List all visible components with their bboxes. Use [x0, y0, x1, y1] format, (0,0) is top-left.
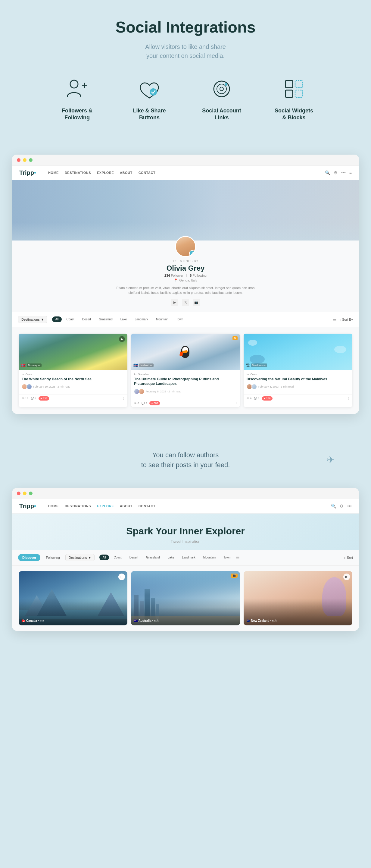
feature-followers-label: Followers &Following [62, 107, 93, 121]
search-icon[interactable]: 🔍 [325, 170, 330, 175]
share-icon[interactable]: ⤴ [123, 397, 124, 400]
profile-name: Olivia Grey [167, 264, 205, 273]
card-maldives-category: In: Coast [247, 373, 349, 376]
plane-icon: ✈ [327, 454, 335, 466]
tag-landmark[interactable]: Landmark [132, 316, 151, 322]
site-logo-2: Tripp• [19, 503, 36, 510]
svg-rect-9 [285, 81, 293, 88]
settings-icon[interactable]: ⚙ [334, 170, 338, 175]
like-button[interactable]: ♥ 268 [262, 396, 273, 401]
sort-button-2[interactable]: ↕ Sort [344, 556, 353, 559]
card-maldives-meta: February 3, 2023 · 3 min read [258, 385, 294, 388]
nav-links-1: HOME DESTINATIONS EXPLORE ABOUT CONTACT [48, 171, 318, 175]
explore-grid: ◫ 🇨🇦 Canada • Era [12, 566, 359, 631]
explore-tag-desert[interactable]: Desert [127, 555, 141, 560]
card-iceland-img: 5 🇮🇸 Iceland ✏ [131, 334, 240, 370]
feature-followers: Followers &Following [53, 75, 101, 121]
middle-text-section: You can follow authorsto see their posts… [0, 432, 371, 488]
views-stat: 👁 6 [134, 402, 139, 405]
tag-mountain[interactable]: Mountain [153, 316, 171, 322]
followers-icon [64, 75, 91, 102]
browser-mockup-1: Tripp• HOME DESTINATIONS EXPLORE ABOUT C… [12, 155, 359, 414]
tag-coast[interactable]: Coast [64, 316, 77, 322]
feature-social-links: Social AccountLinks [198, 75, 246, 121]
feature-social-widgets: Social Widgets& Blocks [270, 75, 318, 121]
page-subtitle: Allow visitors to like and shareyour con… [12, 42, 359, 60]
following-button[interactable]: Following [43, 554, 63, 561]
search-icon-2[interactable]: 🔍 [331, 504, 336, 508]
explore-filter: Discover Following Destinations ▼ All Co… [12, 550, 359, 566]
card-norway-img: ▶ 🇳🇴 Norway ✏ [19, 334, 127, 370]
nav-about[interactable]: ABOUT [120, 171, 133, 175]
more-icon-2[interactable]: ••• [347, 504, 352, 508]
profile-stats: 234 Follower | 6 Following [164, 274, 207, 277]
page-title: Social Integrations [12, 18, 359, 36]
card-maldives-title: Discovering the Natural Beauty of the Ma… [247, 377, 349, 382]
comments-stat: 💬 2 [141, 402, 147, 405]
nav-icons-2: 🔍 ⚙ ••• [331, 504, 352, 508]
youtube-icon[interactable]: ▶ [171, 299, 178, 306]
card-maldives-country: 🏝 Maldives ✏ [246, 363, 267, 367]
card-iceland-country: 🇮🇸 Iceland ✏ [133, 363, 154, 367]
more-icon[interactable]: ••• [341, 170, 346, 175]
instagram-icon[interactable]: 📷 [193, 299, 200, 306]
tag-grassland[interactable]: Grassland [96, 316, 115, 322]
newzealand-info: 🇳🇿 New Zealand • Edit [247, 619, 277, 622]
nav-explore[interactable]: EXPLORE [97, 171, 114, 175]
explore-tag-landmark[interactable]: Landmark [179, 555, 198, 560]
explore-tag-grassland[interactable]: Grassland [143, 555, 163, 560]
tag-town[interactable]: Town [173, 316, 186, 322]
profile-center: ✓ 12 ENTRIES BY Olivia Grey 234 Follower… [12, 241, 359, 312]
card-norway-authors: February 10, 2023 · 2 min read [22, 384, 124, 390]
nav-destinations[interactable]: DESTINATIONS [65, 171, 91, 175]
card-iceland-category: In: Grassland [134, 373, 237, 376]
settings-icon-2[interactable]: ⚙ [340, 504, 344, 508]
card-iceland-badge: 5 [233, 336, 238, 340]
explore-tag-mountain[interactable]: Mountain [200, 555, 218, 560]
explore-tag-coast[interactable]: Coast [111, 555, 125, 560]
explore-tag-town[interactable]: Town [221, 555, 233, 560]
nav2-home[interactable]: HOME [48, 504, 59, 508]
nav2-destinations[interactable]: DESTINATIONS [65, 504, 91, 508]
list-view-icon-2[interactable]: ☰ [236, 555, 240, 560]
explore-tag-all[interactable]: All [99, 555, 109, 560]
nav-home[interactable]: HOME [48, 171, 59, 175]
tag-lake[interactable]: Lake [117, 316, 130, 322]
tag-all[interactable]: All [52, 316, 61, 322]
like-button[interactable]: ♥ 382 [149, 401, 160, 405]
profile-hero [12, 180, 359, 241]
share-icon[interactable]: ⤴ [235, 401, 237, 405]
cards-grid-1: ▶ 🇳🇴 Norway ✏ In: Coast The White Sandy … [12, 327, 359, 414]
profile-location: 📍 Genoa, Italy [174, 278, 197, 282]
card-iceland-body: In: Grassland The Ultimate Guide to Phot… [131, 370, 240, 399]
social-widgets-icon [280, 75, 307, 102]
discover-button[interactable]: Discover [18, 554, 40, 561]
twitter-icon[interactable]: 𝕏 [182, 299, 189, 306]
card-norway-category: In: Coast [22, 373, 124, 376]
sort-button[interactable]: ↕ Sort By [339, 318, 353, 321]
menu-icon[interactable]: ≡ [349, 170, 352, 175]
nav-links-2: HOME DESTINATIONS EXPLORE ABOUT CONTACT [48, 504, 324, 508]
site-navbar-1: Tripp• HOME DESTINATIONS EXPLORE ABOUT C… [12, 166, 359, 180]
list-view-icon[interactable]: ☰ [333, 317, 337, 322]
card-iceland: 5 🇮🇸 Iceland ✏ In: Grassland The Ultimat… [131, 334, 240, 407]
explore-card-canada: ◫ 🇨🇦 Canada • Era [19, 571, 127, 625]
share-icon[interactable]: ⤴ [348, 397, 349, 400]
card-maldives-img: 🏝 Maldives ✏ [244, 334, 352, 370]
destinations-dropdown[interactable]: Destinations ▼ [18, 316, 47, 323]
card-maldives-body: In: Coast Discovering the Natural Beauty… [244, 370, 352, 395]
canada-info: 🇨🇦 Canada • Era [22, 619, 44, 622]
nav2-explore[interactable]: EXPLORE [97, 504, 114, 508]
tag-desert[interactable]: Desert [79, 316, 94, 322]
like-button[interactable]: ♥ 333 [38, 396, 49, 401]
australia-country: 🇦🇺 Australia • Edit [134, 619, 158, 622]
entries-label: 12 ENTRIES BY [173, 259, 198, 263]
filter-bar-1: Destinations ▼ All Coast Desert Grasslan… [12, 312, 359, 327]
card-iceland-title: The Ultimate Guide to Photographing Puff… [134, 377, 237, 386]
nav2-about[interactable]: ABOUT [120, 504, 133, 508]
destinations-dropdown-2[interactable]: Destinations ▼ [65, 554, 95, 561]
explore-tag-lake[interactable]: Lake [165, 555, 177, 560]
video-icon[interactable]: ▶ [119, 336, 125, 342]
nav2-contact[interactable]: CONTACT [138, 504, 156, 508]
nav-contact[interactable]: CONTACT [138, 171, 156, 175]
